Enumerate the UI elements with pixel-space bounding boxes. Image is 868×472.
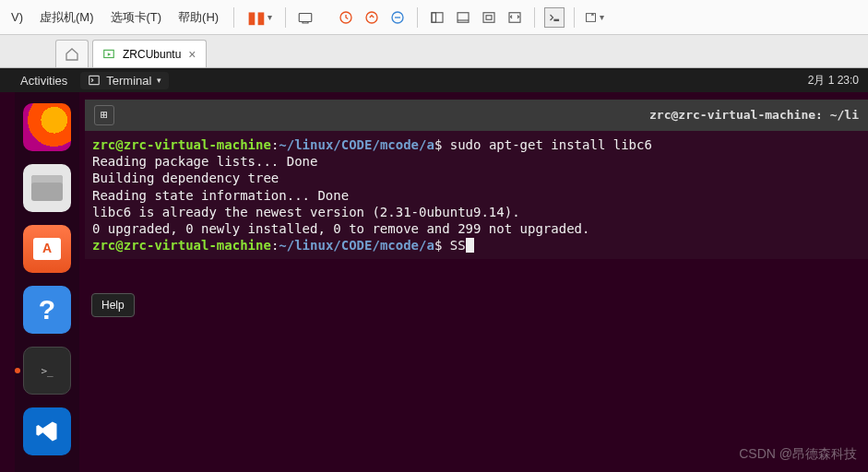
app-menu-label: Terminal (106, 74, 151, 88)
home-tab[interactable] (55, 40, 89, 67)
svg-rect-4 (432, 12, 443, 22)
snapshot-revert-icon[interactable] (362, 7, 382, 28)
snapshot-manager-icon[interactable] (387, 7, 408, 28)
svg-marker-13 (108, 53, 112, 56)
vm-running-icon (102, 48, 115, 61)
separator (285, 7, 286, 28)
vm-tab-bar: ZRCUbuntu × (0, 35, 868, 68)
terminal-title: zrc@zrc-virtual-machine: ~/li (114, 108, 859, 124)
menu-v[interactable]: V) (6, 5, 29, 30)
separator (233, 7, 234, 28)
svg-rect-5 (432, 12, 436, 22)
snapshot-icon[interactable] (336, 7, 356, 28)
clock[interactable]: 2月 1 23:0 (808, 73, 859, 88)
view-single-icon[interactable] (427, 7, 447, 28)
svg-rect-14 (89, 76, 100, 84)
menu-help[interactable]: 帮助(H) (172, 4, 224, 31)
unity-mode-icon[interactable] (544, 7, 565, 28)
close-icon[interactable]: × (188, 47, 196, 62)
svg-point-2 (366, 12, 377, 23)
svg-rect-6 (458, 12, 469, 22)
terminal-body[interactable]: zrc@zrc-virtual-machine:~/linux/CODE/mco… (85, 131, 868, 259)
menu-tabs[interactable]: 选项卡(T) (105, 4, 168, 31)
activities-button[interactable]: Activities (20, 74, 67, 88)
view-fit-icon[interactable] (479, 7, 499, 28)
workspace: ⊞ zrc@zrc-virtual-machine: ~/li zrc@zrc-… (79, 92, 868, 472)
cursor (466, 238, 474, 253)
terminal-window: ⊞ zrc@zrc-virtual-machine: ~/li zrc@zrc-… (85, 100, 868, 259)
vscode-launcher[interactable] (23, 407, 71, 455)
guest-desktop: Activities Terminal ▾ 2月 1 23:0 ? >_ ⊞ z… (0, 68, 868, 472)
view-console-icon[interactable] (453, 7, 473, 28)
gnome-top-panel: Activities Terminal ▾ 2月 1 23:0 (0, 68, 868, 92)
view-stretch-icon[interactable] (505, 7, 525, 28)
new-tab-button[interactable]: ⊞ (94, 105, 114, 125)
terminal-titlebar[interactable]: ⊞ zrc@zrc-virtual-machine: ~/li (85, 100, 868, 131)
svg-rect-0 (299, 13, 312, 21)
separator (574, 7, 575, 28)
files-launcher[interactable] (23, 164, 71, 212)
svg-rect-8 (486, 15, 492, 19)
help-tooltip: Help (91, 293, 135, 317)
watermark: CSDN @昂德森科技 (739, 446, 857, 463)
separator (417, 7, 418, 28)
vmware-menubar: V) 虚拟机(M) 选项卡(T) 帮助(H) ▮▮▾ ▾ (0, 0, 868, 35)
pause-button[interactable]: ▮▮▾ (244, 7, 276, 28)
vm-tab[interactable]: ZRCUbuntu × (92, 40, 207, 67)
chevron-down-icon: ▾ (157, 76, 161, 85)
fullscreen-icon[interactable]: ▾ (584, 7, 604, 28)
menu-vm[interactable]: 虚拟机(M) (34, 4, 100, 31)
tab-title: ZRCUbuntu (123, 48, 181, 61)
app-menu[interactable]: Terminal ▾ (80, 72, 169, 89)
firefox-launcher[interactable] (23, 103, 71, 151)
svg-rect-7 (483, 12, 494, 22)
svg-rect-10 (554, 19, 559, 20)
send-ctrl-alt-del-icon[interactable] (295, 7, 315, 28)
terminal-launcher[interactable]: >_ (23, 347, 71, 395)
separator (534, 7, 535, 28)
help-launcher[interactable]: ? (23, 286, 71, 334)
terminal-icon (88, 74, 101, 87)
dock: ? >_ (15, 92, 79, 472)
svg-rect-11 (587, 13, 596, 21)
software-launcher[interactable] (23, 225, 71, 273)
